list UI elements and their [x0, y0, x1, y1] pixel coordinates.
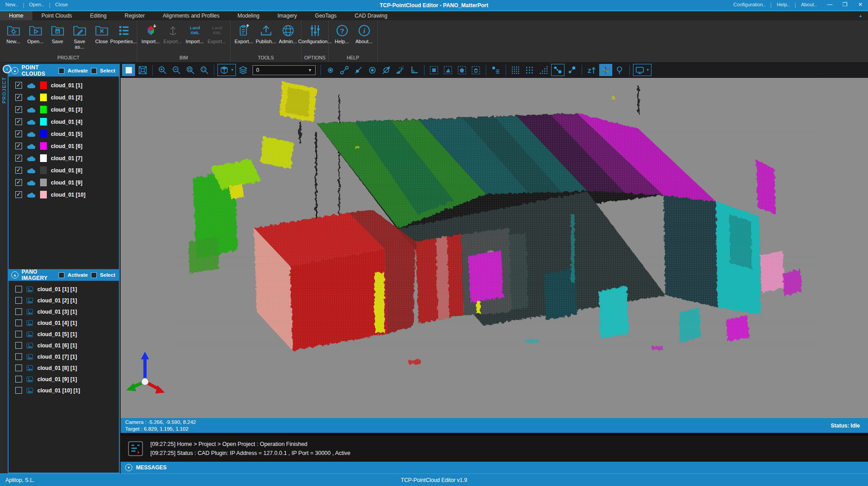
toolbar-view-cube-button[interactable]: ▼ — [217, 64, 236, 76]
pano-image-row[interactable]: cloud_01 [1] [1] — [9, 284, 119, 295]
toolbar-display-mode-button[interactable]: ▼ — [633, 64, 651, 76]
point-clouds-select-checkbox[interactable] — [91, 68, 97, 74]
pano-image-row[interactable]: cloud_01 [5] [1] — [9, 328, 119, 340]
tab-home[interactable]: Home — [0, 11, 32, 20]
pano-image-row[interactable]: cloud_01 [10] [1] — [9, 385, 119, 396]
toolbar-zoom-window-button[interactable] — [184, 64, 197, 76]
toolbar-measure-circle-button[interactable] — [366, 64, 379, 76]
titlebar-menu-0[interactable]: New.. — [0, 0, 23, 11]
ribbon-tools-export-button[interactable]: Export... — [233, 21, 254, 54]
toolbar-crop-polygon-button[interactable] — [442, 64, 455, 76]
ribbon-info-circle-button[interactable]: iAbout... — [353, 21, 375, 54]
visibility-checkbox[interactable] — [15, 342, 22, 349]
pano-imagery-header[interactable]: ▲ PANO IMAGERY Activate Select — [9, 269, 119, 281]
minimize-button[interactable]: — — [822, 0, 837, 11]
pano-activate-checkbox[interactable] — [59, 272, 64, 278]
point-cloud-row[interactable]: cloud_01 [8] — [9, 164, 119, 176]
point-cloud-row[interactable]: cloud_01 [3] — [9, 104, 119, 116]
visibility-checkbox[interactable] — [15, 118, 22, 125]
maximize-button[interactable]: ❐ — [837, 0, 853, 11]
toolbar-crop-shape-button[interactable] — [456, 64, 469, 76]
tab-alignments-and-profiles[interactable]: Alignments and Profiles — [154, 11, 228, 20]
toolbar-measure-distance-button[interactable] — [338, 64, 351, 76]
visibility-checkbox[interactable] — [15, 167, 22, 174]
titlebar-menu-1[interactable]: Open.. — [24, 0, 50, 11]
visibility-checkbox[interactable] — [15, 82, 22, 89]
ribbon-folder-new-button[interactable]: New... — [3, 21, 24, 54]
point-cloud-row[interactable]: cloud_01 [1] — [9, 79, 119, 91]
ribbon-collapse-icon[interactable]: ▲ — [853, 11, 868, 20]
point-cloud-row[interactable]: cloud_01 [10] — [9, 189, 119, 201]
toolbar-show-axes-button[interactable] — [599, 64, 612, 76]
ribbon-folder-close-button[interactable]: Close — [91, 21, 112, 54]
chevron-down-icon[interactable]: ▼ — [125, 464, 132, 471]
point-cloud-row[interactable]: cloud_01 [7] — [9, 152, 119, 164]
pano-image-row[interactable]: cloud_01 [7] [1] — [9, 351, 119, 362]
visibility-checkbox[interactable] — [15, 155, 22, 162]
visibility-checkbox[interactable] — [15, 320, 22, 326]
close-button[interactable]: ✕ — [853, 0, 868, 11]
point-clouds-header[interactable]: ▲ POINT CLOUDS Activate Select — [9, 65, 119, 76]
chevron-up-icon[interactable]: ▲ — [11, 271, 18, 279]
sidebar-collapse-button[interactable]: ‹ — [3, 65, 11, 73]
toolbar-draw-point-button[interactable] — [324, 64, 337, 76]
visibility-checkbox[interactable] — [15, 308, 22, 315]
ribbon-publish-button[interactable]: Publish... — [255, 21, 276, 54]
titlebar-menu-right-0[interactable]: Configuration.. — [728, 0, 771, 11]
toolbar-zoom-out-button[interactable] — [170, 64, 183, 76]
point-cloud-row[interactable]: cloud_01 [2] — [9, 91, 119, 104]
toolbar-grid-medium-button[interactable] — [523, 64, 536, 76]
tab-modeling[interactable]: Modeling — [229, 11, 269, 20]
visibility-checkbox[interactable] — [15, 191, 22, 198]
toolbar-link-points-button[interactable] — [565, 64, 579, 76]
pano-image-row[interactable]: cloud_01 [9] [1] — [9, 374, 119, 385]
titlebar-menu-right-1[interactable]: Help.. — [771, 0, 795, 11]
titlebar-menu-right-2[interactable]: About.. — [796, 0, 822, 11]
toolbar-crop-rectangle-button[interactable] — [428, 64, 441, 76]
ribbon-bim-import-button[interactable]: Import... — [140, 21, 161, 54]
visibility-checkbox[interactable] — [15, 179, 22, 186]
tab-register[interactable]: Register — [116, 11, 154, 20]
toolbar-point-info-button[interactable] — [489, 64, 502, 76]
toolbar-select-area-button[interactable] — [122, 64, 135, 76]
ribbon-sliders-button[interactable]: Configuration... — [304, 21, 326, 54]
ribbon-properties-button[interactable]: Properties... — [113, 21, 134, 54]
ribbon-folder-save-button[interactable]: Save — [47, 21, 68, 54]
visibility-checkbox[interactable] — [15, 94, 22, 101]
visibility-checkbox[interactable] — [15, 387, 22, 394]
ribbon-globe-button[interactable]: Admin... — [277, 21, 298, 54]
pano-image-row[interactable]: cloud_01 [2] [1] — [9, 295, 119, 306]
toolbar-zoom-in-button[interactable] — [156, 64, 169, 76]
point-cloud-row[interactable]: cloud_01 [5] — [9, 128, 119, 140]
toolbar-z-up-button[interactable]: Z — [585, 64, 598, 76]
pano-image-row[interactable]: cloud_01 [8] [1] — [9, 362, 119, 374]
visibility-checkbox[interactable] — [15, 353, 22, 360]
toolbar-layer-select-combobox[interactable]: 0▼ — [253, 65, 316, 75]
visibility-checkbox[interactable] — [15, 331, 22, 338]
tab-point-clouds[interactable]: Point Clouds — [32, 11, 81, 20]
pano-image-row[interactable]: cloud_01 [3] [1] — [9, 306, 119, 317]
ribbon-folder-open-button[interactable]: Open... — [25, 21, 46, 54]
toolbar-grid-sparse-button[interactable] — [537, 64, 550, 76]
point-cloud-row[interactable]: cloud_01 [6] — [9, 140, 119, 152]
visibility-checkbox[interactable] — [15, 143, 22, 149]
visibility-checkbox[interactable] — [15, 106, 22, 113]
tab-imagery[interactable]: Imagery — [268, 11, 306, 20]
point-cloud-row[interactable]: cloud_01 [9] — [9, 176, 119, 189]
pano-image-row[interactable]: cloud_01 [6] [1] — [9, 340, 119, 351]
ribbon-landxml-import-button[interactable]: LandXMLImport... — [184, 21, 205, 54]
chevron-up-icon[interactable]: ▲ — [11, 67, 18, 74]
toolbar-grid-dense-button[interactable] — [509, 64, 522, 76]
toolbar-measure-angle-button[interactable] — [380, 64, 393, 76]
toolbar-measure-perpendicular-button[interactable] — [408, 64, 421, 76]
toolbar-zoom-extents-button[interactable] — [198, 64, 211, 76]
toolbar-layers-button[interactable] — [237, 64, 250, 76]
point-clouds-activate-checkbox[interactable] — [59, 68, 64, 74]
toolbar-measure-steps-button[interactable] — [394, 64, 407, 76]
ribbon-folder-saveas-button[interactable]: Save as... — [69, 21, 90, 54]
ribbon-help-circle-button[interactable]: ?Help... — [331, 21, 353, 54]
visibility-checkbox[interactable] — [15, 297, 22, 304]
point-cloud-row[interactable]: cloud_01 [4] — [9, 116, 119, 128]
toolbar-crop-delete-button[interactable] — [470, 64, 483, 76]
messages-header[interactable]: ▼ MESSAGES — [121, 462, 868, 473]
